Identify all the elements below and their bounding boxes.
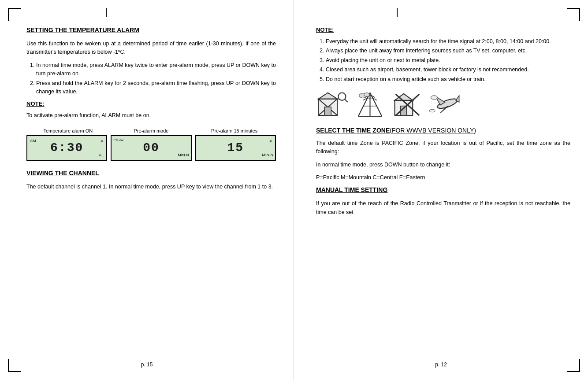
select-timezone-title: SELECT THE TIME ZONE(FOR WWVB VERSION ON… xyxy=(316,127,570,134)
display-label-1: Temperature alarm ON xyxy=(26,128,110,133)
temp-alarm-intro: Use this function to be woken up at a de… xyxy=(26,40,276,57)
select-timezone-bold: SELECT THE TIME ZONE xyxy=(316,127,390,134)
lcd-display-1: AM 6:30 ✳ AL xyxy=(26,135,107,161)
lcd-display-2: PR·AL 00 MIN·N xyxy=(111,135,191,161)
display-label-2: Pre-alarm mode xyxy=(110,128,193,133)
svg-marker-15 xyxy=(395,94,413,100)
lcd1-star: ✳ xyxy=(100,139,104,144)
timezone-text1: The default time Zone is PACIFIC Zone, i… xyxy=(316,139,570,156)
note-item-4: Closed area such as airport, basement, t… xyxy=(326,66,570,74)
no-reception-icon xyxy=(391,92,424,118)
note-item-2: Always place the unit away from interfer… xyxy=(326,47,570,55)
lcd3-min: MIN·N xyxy=(262,153,273,157)
lcd2-min: MIN·N xyxy=(178,153,189,157)
temp-alarm-title: SETTING THE TEMPERATURE ALARM xyxy=(26,26,276,33)
note-item-1: Everyday the unit will automatically sea… xyxy=(326,37,570,46)
lcd1-al: AL xyxy=(99,153,104,157)
lcd2-time: 00 xyxy=(143,141,160,155)
page-num-right: p. 12 xyxy=(435,362,447,368)
svg-point-24 xyxy=(429,109,435,112)
svg-rect-4 xyxy=(324,107,331,115)
icons-row xyxy=(316,92,570,118)
temp-alarm-step-1: In normal time mode, press ALARM key twi… xyxy=(36,61,276,78)
svg-marker-3 xyxy=(318,93,337,99)
svg-point-13 xyxy=(364,93,370,97)
right-column: NOTE: Everyday the unit will automatical… xyxy=(294,0,588,380)
svg-line-6 xyxy=(345,100,347,102)
note-item-5: Do not start reception on a moving artic… xyxy=(326,75,570,84)
manual-time-setting-text: If you are out of the reach of the Radio… xyxy=(316,199,570,217)
lcd3-star: ✳ xyxy=(269,139,272,144)
display-labels-row: Temperature alarm ON Pre-alarm mode Pre-… xyxy=(26,128,276,133)
viewing-channel-title: VIEWING THE CHANNEL xyxy=(26,170,276,177)
viewing-channel-text: The default channel is channel 1. In nor… xyxy=(26,183,276,191)
timezone-text3: P=Pacific M=Mountain C=Central E=Eastern xyxy=(316,173,570,182)
manual-time-setting-title: MANUAL TIME SETTING xyxy=(316,186,570,193)
svg-line-10 xyxy=(370,93,382,117)
displays-row: AM 6:30 ✳ AL PR·AL 00 MIN·N ✳ 15 MIN·N xyxy=(26,135,276,161)
temp-alarm-step-2: Press and hold the ALARM key for 2 secon… xyxy=(36,79,276,96)
airplane-icon xyxy=(428,92,461,118)
note-item-3: Avoid placing the unit on or next to met… xyxy=(326,56,570,65)
svg-point-5 xyxy=(338,93,346,100)
svg-point-23 xyxy=(431,96,437,100)
select-timezone-normal: (FOR WWVB VERSION ONLY) xyxy=(390,127,476,134)
lcd1-am: AM xyxy=(30,139,36,143)
temp-alarm-steps: In normal time mode, press ALARM key twi… xyxy=(26,61,276,96)
note-items: Everyday the unit will automatically sea… xyxy=(316,37,570,84)
display-label-3: Pre-alarm 15 minutes xyxy=(193,128,276,133)
lcd1-time: 6:30 xyxy=(50,141,83,155)
building-icon xyxy=(316,92,349,118)
lcd2-pral: PR·AL xyxy=(113,138,123,142)
page-num-left: p. 15 xyxy=(141,362,153,368)
lcd3-time: 15 xyxy=(227,141,244,155)
note-text-left: To activate pre-alarm function, ALARM mu… xyxy=(26,111,276,120)
note-title-left: NOTE: xyxy=(26,100,276,107)
page-container: SETTING THE TEMPERATURE ALARM Use this f… xyxy=(0,0,588,380)
timezone-text2: In normal time mode, press DOWN button t… xyxy=(316,161,570,169)
left-column: SETTING THE TEMPERATURE ALARM Use this f… xyxy=(0,0,294,380)
antenna-tower-icon xyxy=(354,92,387,118)
note-title-right: NOTE: xyxy=(316,26,570,33)
lcd-display-3: ✳ 15 MIN·N xyxy=(195,135,276,161)
